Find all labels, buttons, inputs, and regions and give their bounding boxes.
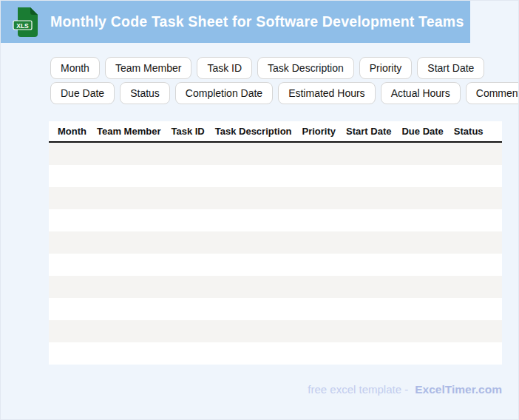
column-chip-due-date[interactable]: Due Date	[50, 82, 115, 104]
column-chip-team-member[interactable]: Team Member	[105, 57, 191, 79]
column-header-team-member: Team Member	[97, 126, 160, 137]
table-row	[49, 165, 502, 187]
task-table: MonthTeam MemberTask IDTask DescriptionP…	[49, 121, 502, 365]
table-row	[49, 209, 502, 231]
table-body	[49, 143, 502, 365]
column-chip-priority[interactable]: Priority	[359, 57, 413, 79]
column-chip-completion-date[interactable]: Completion Date	[175, 82, 273, 104]
column-header-status: Status	[454, 126, 484, 137]
column-header-start-date: Start Date	[346, 126, 391, 137]
column-header-priority: Priority	[302, 126, 336, 137]
column-chip-task-id[interactable]: Task ID	[197, 57, 252, 79]
chip-row-2: Due DateStatusCompletion DateEstimated H…	[50, 82, 519, 104]
footer-credit: free excel template -	[308, 383, 408, 396]
xls-file-icon: XLS	[13, 7, 41, 38]
column-chip-actual-hours[interactable]: Actual Hours	[381, 82, 461, 104]
table-header-row: MonthTeam MemberTask IDTask DescriptionP…	[49, 121, 502, 143]
column-chips: MonthTeam MemberTask IDTask DescriptionP…	[50, 57, 519, 104]
column-chip-estimated-hours[interactable]: Estimated Hours	[278, 82, 375, 104]
column-header-task-id: Task ID	[171, 126, 204, 137]
column-chip-comments[interactable]: Comments	[466, 82, 519, 104]
column-chip-month[interactable]: Month	[50, 57, 100, 79]
header-bar: XLS Monthly Code Task Sheet for Software…	[1, 1, 470, 43]
column-chip-start-date[interactable]: Start Date	[417, 57, 484, 79]
column-header-month: Month	[58, 126, 86, 137]
page-title: Monthly Code Task Sheet for Software Dev…	[50, 13, 464, 30]
footer: free excel template - ExcelTimer.com	[308, 383, 502, 396]
footer-brand-link[interactable]: ExcelTimer.com	[415, 383, 502, 396]
table-row	[49, 320, 502, 342]
table-row	[49, 143, 502, 165]
table-row	[49, 298, 502, 320]
table-row	[49, 254, 502, 276]
table-row	[49, 342, 502, 365]
template-preview-page: XLS Monthly Code Task Sheet for Software…	[0, 0, 519, 420]
table-row	[49, 231, 502, 254]
column-header-task-description: Task Description	[215, 126, 292, 137]
table-row	[49, 187, 502, 209]
column-header-due-date: Due Date	[401, 126, 443, 137]
xls-icon-label: XLS	[16, 21, 29, 29]
chip-row-1: MonthTeam MemberTask IDTask DescriptionP…	[50, 57, 519, 79]
column-chip-status[interactable]: Status	[120, 82, 170, 104]
table-row	[49, 276, 502, 298]
column-chip-task-description[interactable]: Task Description	[257, 57, 354, 79]
